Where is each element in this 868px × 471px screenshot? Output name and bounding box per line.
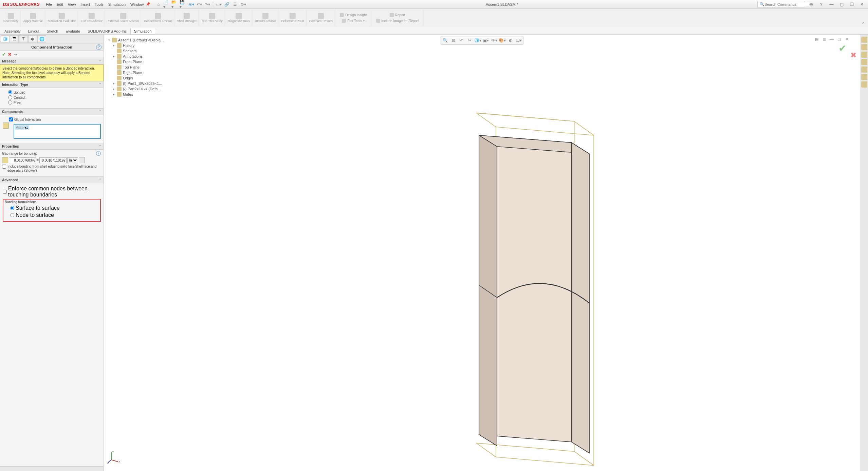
options-list-icon[interactable]: ☰	[232, 1, 238, 8]
ribbon-diagnostic[interactable]: Diagnostic Tools	[226, 10, 252, 26]
tab-addins[interactable]: SOLIDWORKS Add-Ins	[84, 28, 130, 34]
taskpane-forum-icon[interactable]	[861, 81, 867, 88]
close-icon[interactable]: ✕	[858, 1, 866, 8]
advanced-header[interactable]: Advanced⌃	[0, 176, 104, 183]
taskpane-properties-icon[interactable]	[861, 74, 867, 80]
settings-icon[interactable]: ⚙▾	[240, 1, 246, 8]
pin-panel-icon[interactable]: ⇥	[14, 52, 17, 57]
pm-tab-display[interactable]: 🌐	[37, 35, 46, 43]
pm-tab-properties[interactable]: ☰	[10, 35, 19, 43]
ribbon-sim-evaluator[interactable]: Simulation Evaluator	[46, 10, 78, 26]
redo-icon[interactable]: ↷▾	[204, 1, 211, 8]
taskpane-view-palette-icon[interactable]	[861, 59, 867, 65]
ribbon-run-study[interactable]: Run This Study	[200, 10, 225, 26]
gap-info-icon[interactable]	[79, 157, 85, 163]
radio-free[interactable]	[8, 100, 12, 105]
tab-simulation[interactable]: Simulation	[130, 28, 155, 34]
radio-contact[interactable]	[8, 95, 12, 99]
tile-vert-icon[interactable]: ▥	[821, 36, 827, 42]
tree-item-origin[interactable]: Origin	[107, 75, 164, 81]
maximize-view-icon[interactable]: ▢	[836, 36, 842, 42]
tree-item-history[interactable]: ▸History	[107, 43, 164, 48]
tree-item-sensors[interactable]: Sensors	[107, 48, 164, 54]
minimize-icon[interactable]: —	[827, 1, 835, 8]
appearance-icon[interactable]: 🎨▾	[499, 37, 506, 44]
print-icon[interactable]: 🖨▾	[188, 1, 195, 8]
menu-tools[interactable]: Tools	[95, 2, 104, 6]
search-input[interactable]	[764, 2, 811, 6]
accept-feature-icon[interactable]: ✔	[838, 43, 846, 54]
ribbon-report[interactable]: Report	[374, 12, 421, 18]
tree-item-annotations[interactable]: ▸Annotations	[107, 54, 164, 59]
ribbon-collapse-icon[interactable]: ^	[860, 10, 867, 26]
prev-view-icon[interactable]: ↶	[458, 37, 465, 44]
taskpane-library-icon[interactable]	[861, 44, 867, 50]
tree-item-right-plane[interactable]: Right Plane	[107, 70, 164, 75]
pm-tab-config[interactable]: 𝕋	[19, 35, 28, 43]
ribbon-deformed[interactable]: Deformed Result	[279, 10, 307, 26]
zoom-fit-icon[interactable]: 🔍	[442, 37, 449, 44]
minimize-view-icon[interactable]: —	[829, 36, 835, 42]
unit-select[interactable]: in	[67, 157, 78, 163]
ribbon-include-image[interactable]: Include Image for Report	[374, 18, 421, 24]
rebuild-icon[interactable]: 🔗	[223, 1, 230, 8]
menu-simulation[interactable]: Simulation	[108, 2, 126, 6]
tab-sketch[interactable]: Sketch	[43, 28, 62, 34]
selection-list[interactable]: Assem1 ↖	[14, 124, 101, 139]
tree-item-front-plane[interactable]: Front Plane	[107, 59, 164, 64]
undo-icon[interactable]: ↶▾	[196, 1, 203, 8]
checkbox-enforce-nodes[interactable]	[3, 190, 7, 194]
tree-item-part1[interactable]: ▸(f) Part1_SWx2025<1...	[107, 81, 164, 86]
home-icon[interactable]: ⌂	[155, 1, 162, 8]
search-commands[interactable]: 🔍 ▾	[757, 1, 805, 8]
tree-item-root[interactable]: ▾Assem1 (Default) <Displa...	[107, 37, 164, 43]
tree-item-mates[interactable]: ▸Mates	[107, 92, 164, 97]
ribbon-new-study[interactable]: New Study	[1, 10, 21, 26]
taskpane-appearances-icon[interactable]	[861, 67, 867, 73]
gap-percent-input[interactable]	[9, 157, 36, 163]
view-settings-icon[interactable]: 🖵▾	[515, 37, 522, 44]
menu-view[interactable]: View	[68, 2, 76, 6]
hide-show-icon[interactable]: 👁▾	[491, 37, 498, 44]
scene-icon[interactable]: ◐	[507, 37, 514, 44]
restore-icon[interactable]: ❐	[848, 1, 856, 8]
interaction-type-header[interactable]: Interaction Type⌃	[0, 81, 104, 88]
tree-expand-icon[interactable]: ▾	[107, 38, 111, 42]
tab-layout[interactable]: Layout	[24, 28, 43, 34]
section-view-icon[interactable]: ✂	[466, 37, 474, 44]
menu-file[interactable]: File	[46, 2, 52, 6]
close-view-icon[interactable]: ✕	[844, 36, 850, 42]
ribbon-apply-material[interactable]: Apply Material	[21, 10, 45, 26]
info-icon[interactable]: i	[96, 151, 101, 156]
save-icon[interactable]: 💾▾	[180, 1, 186, 8]
components-header[interactable]: Components⌃	[0, 108, 104, 115]
ribbon-compare[interactable]: Compare Results	[307, 10, 335, 26]
tile-horiz-icon[interactable]: ▤	[814, 36, 820, 42]
radio-surface-to-surface[interactable]	[10, 206, 14, 210]
ribbon-design-insight[interactable]: Design Insight	[338, 12, 369, 18]
pin-menu-icon[interactable]: 📌	[146, 2, 150, 6]
panel-help-icon[interactable]: ?	[96, 44, 101, 50]
message-section-header[interactable]: Message⌃	[0, 58, 104, 64]
zoom-area-icon[interactable]: ⊡	[450, 37, 457, 44]
ok-button[interactable]: ✔	[2, 52, 6, 57]
pm-tab-dimxpert[interactable]: ⊕	[28, 35, 37, 43]
ribbon-fixtures[interactable]: Fixtures Advisor	[79, 10, 105, 26]
cancel-button[interactable]: ✖	[8, 52, 12, 57]
radio-node-to-surface[interactable]	[10, 213, 14, 217]
help-icon[interactable]: ?	[817, 1, 825, 8]
reject-feature-icon[interactable]: ✖	[850, 51, 856, 60]
tab-assembly[interactable]: Assembly	[1, 28, 24, 34]
maximize-icon[interactable]: ▢	[837, 1, 846, 8]
display-style-icon[interactable]: ▣▾	[482, 37, 490, 44]
select-icon[interactable]: ▭▾	[215, 1, 222, 8]
menu-insert[interactable]: Insert	[80, 2, 90, 6]
tree-item-part2[interactable]: ▸(-) Part2<1> -> (Defa...	[107, 86, 164, 92]
new-icon[interactable]: 📄▾	[163, 1, 170, 8]
menu-window[interactable]: Window	[130, 2, 144, 6]
view-orientation-icon[interactable]: 🧊▾	[474, 37, 482, 44]
user-icon[interactable]: ◎	[807, 1, 815, 8]
ribbon-shell-mgr[interactable]: Shell Manager	[175, 10, 199, 26]
graphics-viewport[interactable]: ▾Assem1 (Default) <Displa... ▸History Se…	[104, 35, 860, 471]
taskpane-explorer-icon[interactable]	[861, 52, 867, 58]
